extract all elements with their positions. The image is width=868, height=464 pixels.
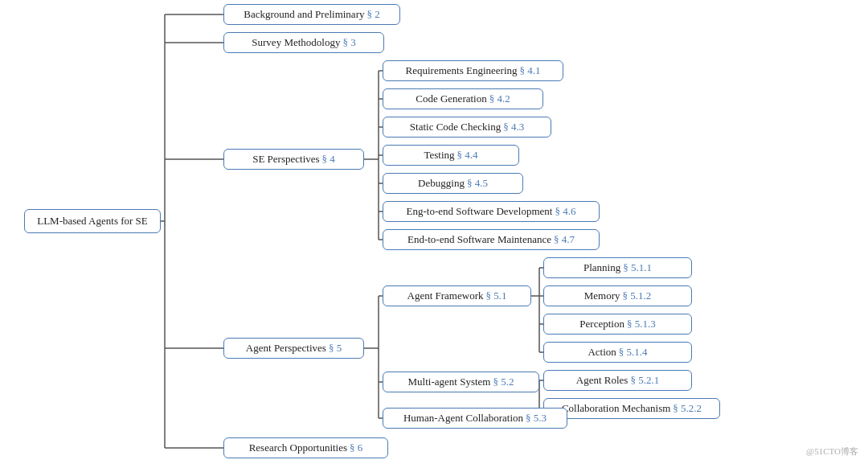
planning-node: Planning § 5.1.1 (543, 257, 692, 278)
multi-agent-node: Multi-agent System § 5.2 (383, 372, 539, 392)
survey-node: Survey Methodology § 3 (223, 32, 384, 53)
agent-fw-node: Agent Framework § 5.1 (383, 285, 531, 306)
static-code-node: Static Code Checking § 4.3 (383, 117, 551, 138)
end-to-end-node: End-to-end Software Maintenance § 4.7 (383, 229, 600, 250)
testing-node: Testing § 4.4 (383, 145, 519, 166)
code-gen-node: Code Generation § 4.2 (383, 88, 543, 109)
debugging-node: Debugging § 4.5 (383, 173, 523, 194)
collab-mech-node: Collaboration Mechanism § 5.2.2 (543, 398, 720, 419)
eng-to-end-node: Eng-to-end Software Development § 4.6 (383, 201, 600, 222)
action-node: Action § 5.1.4 (543, 342, 692, 363)
memory-node: Memory § 5.1.2 (543, 285, 692, 306)
diagram: LLM-based Agents for SE Background and P… (0, 0, 868, 464)
bg-node: Background and Preliminary § 2 (223, 4, 400, 25)
root-node: LLM-based Agents for SE (24, 209, 161, 233)
agent-roles-node: Agent Roles § 5.2.1 (543, 370, 692, 391)
agent-persp-node: Agent Perspectives § 5 (223, 338, 364, 359)
perception-node: Perception § 5.1.3 (543, 314, 692, 335)
human-agent-node: Human-Agent Collaboration § 5.3 (383, 408, 567, 429)
research-opp-node: Research Opportunities § 6 (223, 437, 388, 458)
req-eng-node: Requirements Engineering § 4.1 (383, 60, 563, 81)
se-persp-node: SE Perspectives § 4 (223, 149, 364, 170)
watermark: @51CTO博客 (806, 446, 858, 458)
